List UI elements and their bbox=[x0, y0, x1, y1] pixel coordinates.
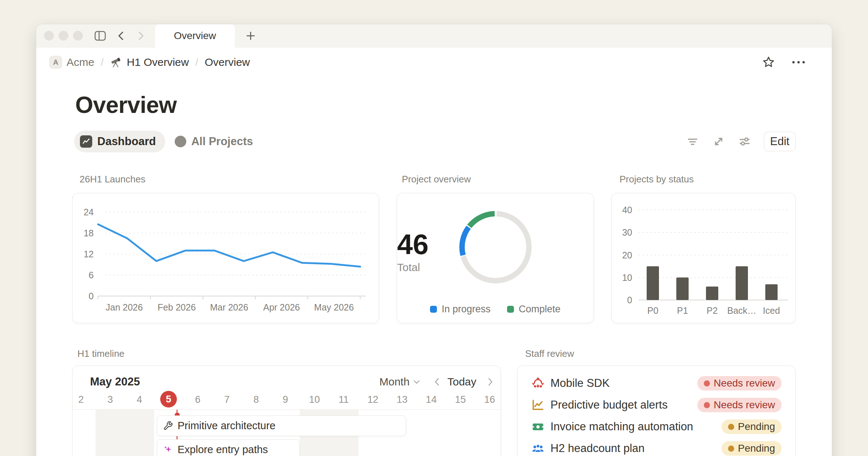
staff-review-row[interactable]: Invoice matching automationPending bbox=[518, 416, 795, 438]
widget-label-launches: 26H1 Launches bbox=[80, 174, 145, 185]
timeline-day[interactable]: 8 bbox=[245, 394, 267, 405]
by-status-bar-chart-card[interactable]: 403020100P0P1P2Back…Iced bbox=[611, 193, 796, 323]
donut-total-caption: Total bbox=[397, 261, 593, 274]
svg-text:Apr 2026: Apr 2026 bbox=[263, 302, 300, 312]
tab-label: Overview bbox=[174, 30, 216, 42]
status-dot bbox=[728, 424, 734, 430]
favorite-star-icon[interactable] bbox=[762, 55, 775, 69]
timeline-day[interactable]: 6 bbox=[187, 394, 209, 405]
timeline-view-dropdown[interactable]: Month bbox=[379, 376, 420, 388]
timeline-day[interactable]: 4 bbox=[128, 394, 150, 405]
timeline-day-today[interactable]: 5 bbox=[160, 391, 177, 408]
status-label: Needs review bbox=[714, 399, 775, 411]
tab-overview[interactable]: Overview bbox=[155, 24, 235, 47]
timeline-day[interactable]: 16 bbox=[479, 394, 501, 405]
svg-text:12: 12 bbox=[84, 249, 94, 259]
edit-button[interactable]: Edit bbox=[764, 132, 796, 151]
sparkle-icon bbox=[163, 445, 173, 455]
close-window-button[interactable] bbox=[44, 31, 54, 41]
widget-label-staff: Staff review bbox=[525, 348, 574, 359]
view-tab-label: Dashboard bbox=[97, 135, 156, 148]
banknote-icon bbox=[531, 420, 545, 434]
trend-chart-icon bbox=[531, 398, 545, 412]
view-circle-icon bbox=[175, 136, 186, 147]
breadcrumb-current-page[interactable]: Overview bbox=[205, 56, 250, 68]
forward-icon[interactable] bbox=[135, 30, 146, 41]
timeline-day[interactable]: 9 bbox=[275, 394, 296, 405]
launches-line-chart: 24181260Jan 2026Feb 2026Mar 2026Apr 2026… bbox=[73, 193, 379, 324]
staff-item-title: Invoice matching automation bbox=[550, 420, 693, 433]
staff-review-row[interactable]: H2 headcount planPending bbox=[518, 438, 795, 456]
timeline-date-row: 2345678910111213141516 bbox=[73, 391, 501, 409]
staff-item-title: Mobile SDK bbox=[550, 377, 610, 390]
timeline-day[interactable]: 2 bbox=[72, 394, 92, 405]
new-tab-icon[interactable] bbox=[245, 30, 256, 41]
status-dot bbox=[728, 446, 734, 452]
svg-text:6: 6 bbox=[89, 270, 94, 280]
settings-sliders-icon[interactable] bbox=[738, 135, 752, 148]
legend-swatch bbox=[507, 306, 514, 313]
timeline-day[interactable]: 10 bbox=[304, 394, 326, 405]
timeline-next-icon[interactable] bbox=[487, 377, 494, 387]
timeline-today-button[interactable]: Today bbox=[447, 376, 476, 388]
timeline-month-title: May 2025 bbox=[90, 375, 140, 388]
timeline-body: Primitive architectureExplore entry path… bbox=[73, 410, 501, 456]
widget-label-project-overview: Project overview bbox=[402, 174, 471, 185]
staff-review-card: Mobile SDKNeeds reviewPredictive budget … bbox=[517, 366, 796, 456]
breadcrumb-parent-page[interactable]: H1 Overview bbox=[127, 56, 189, 68]
svg-text:Iced: Iced bbox=[763, 305, 780, 316]
timeline-item-label: Explore entry paths bbox=[178, 444, 268, 456]
breadcrumb-separator: / bbox=[99, 56, 106, 68]
breadcrumb-workspace[interactable]: Acme bbox=[67, 56, 94, 68]
timeline-prev-icon[interactable] bbox=[434, 377, 440, 387]
staff-review-row[interactable]: Mobile SDKNeeds review bbox=[518, 372, 795, 394]
zoom-window-button[interactable] bbox=[73, 31, 83, 41]
project-overview-donut-card[interactable]: 46 Total In progressComplete bbox=[397, 193, 594, 323]
view-tab-all-projects[interactable]: All Projects bbox=[175, 135, 253, 148]
timeline-day[interactable]: 15 bbox=[450, 394, 471, 405]
filter-icon[interactable] bbox=[686, 135, 699, 148]
svg-text:P2: P2 bbox=[707, 305, 718, 316]
back-icon[interactable] bbox=[116, 30, 127, 41]
status-badge: Pending bbox=[722, 419, 782, 434]
people-icon bbox=[531, 442, 545, 455]
minimize-window-button[interactable] bbox=[59, 31, 68, 41]
svg-text:20: 20 bbox=[622, 250, 632, 260]
widget-label-timeline: H1 timeline bbox=[77, 348, 124, 359]
sidebar-toggle-icon[interactable] bbox=[94, 30, 106, 42]
workspace-avatar[interactable]: A bbox=[49, 56, 62, 69]
page-title: Overview bbox=[75, 92, 177, 118]
timeline-day[interactable]: 12 bbox=[362, 394, 384, 405]
timeline-day[interactable]: 14 bbox=[420, 394, 442, 405]
status-label: Needs review bbox=[714, 377, 775, 389]
weekend-band bbox=[125, 410, 154, 456]
svg-text:18: 18 bbox=[84, 228, 94, 238]
svg-text:30: 30 bbox=[622, 227, 632, 237]
window-titlebar: Overview bbox=[36, 24, 832, 47]
by-status-bar-chart: 403020100P0P1P2Back…Iced bbox=[612, 193, 796, 324]
launches-line-chart-card[interactable]: 24181260Jan 2026Feb 2026Mar 2026Apr 2026… bbox=[72, 193, 379, 323]
legend-item: In progress bbox=[430, 304, 490, 315]
traffic-lights bbox=[44, 31, 83, 41]
svg-text:10: 10 bbox=[622, 273, 632, 283]
wrench-icon bbox=[163, 421, 173, 431]
timeline-day[interactable]: 7 bbox=[216, 394, 238, 405]
more-options-icon[interactable] bbox=[791, 60, 806, 64]
donut-total-value: 46 bbox=[397, 228, 593, 261]
donut-legend: In progressComplete bbox=[397, 304, 593, 315]
timeline-day[interactable]: 3 bbox=[99, 394, 121, 405]
view-tab-dashboard[interactable]: Dashboard bbox=[74, 131, 165, 152]
views-toolbar: Dashboard All Projects Edit bbox=[74, 131, 796, 152]
timeline-day[interactable]: 11 bbox=[333, 394, 354, 405]
breadcrumb-separator: / bbox=[193, 56, 200, 68]
svg-text:P1: P1 bbox=[677, 305, 688, 316]
expand-icon[interactable] bbox=[712, 135, 726, 148]
svg-text:24: 24 bbox=[84, 207, 94, 217]
staff-item-title: H2 headcount plan bbox=[550, 442, 644, 455]
svg-text:Jan 2026: Jan 2026 bbox=[106, 302, 143, 312]
timeline-day[interactable]: 13 bbox=[391, 394, 413, 405]
timeline-item[interactable]: Explore entry paths bbox=[157, 439, 300, 456]
app-window: Overview A Acme / bbox=[36, 24, 832, 456]
staff-review-row[interactable]: Predictive budget alertsNeeds review bbox=[518, 394, 795, 416]
timeline-item[interactable]: Primitive architecture bbox=[157, 415, 406, 436]
